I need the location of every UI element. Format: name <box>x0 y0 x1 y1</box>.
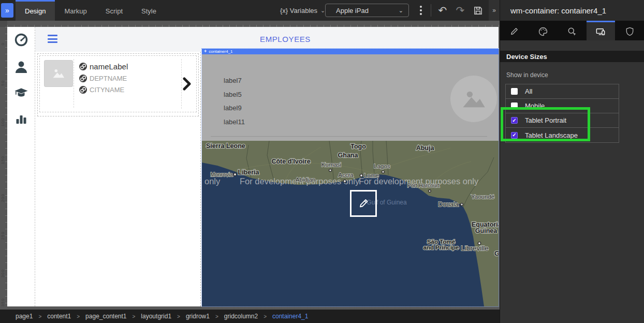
checkbox[interactable]: ✓ <box>511 102 518 109</box>
breadcrumb-layoutgrid1[interactable]: layoutgrid1 <box>141 313 171 320</box>
chevron-right-icon: > <box>177 314 180 319</box>
option-mobile[interactable]: ✓ Mobile <box>506 99 619 113</box>
device-options-list: ✓ All ✓ Mobile ✓ Tablet Portrait ✓ Table… <box>505 84 619 143</box>
chevron-down-icon: ⌄ <box>399 7 403 14</box>
user-icon[interactable] <box>14 60 28 74</box>
tab-script[interactable]: Script <box>96 0 132 21</box>
label11[interactable]: label11 <box>224 118 245 126</box>
tab-device-sizes[interactable] <box>587 21 616 40</box>
option-tablet-landscape[interactable]: ✓ Tablet Landscape <box>506 128 619 142</box>
checkbox[interactable]: ✓ <box>511 88 518 95</box>
variables-menu[interactable]: {x} Variables ⌄ <box>280 0 325 21</box>
city-label: CITYNAME <box>90 86 124 94</box>
checkbox[interactable]: ✓ <box>511 117 518 124</box>
binding-icon <box>79 86 87 94</box>
map-canvas: only For development purposes only For d… <box>202 141 499 306</box>
list-item-card[interactable]: nameLabel DEPTNAME <box>39 55 197 112</box>
inspector-panel: wm-container: container4_1 <box>500 0 644 323</box>
top-toolbar: » Design Markup Script Style {x} Variabl… <box>0 0 500 21</box>
checkbox[interactable]: ✓ <box>511 132 518 139</box>
chevron-right-icon[interactable] <box>180 59 194 109</box>
ruler-origin <box>0 21 7 27</box>
map-label-cote-divoire: Côte d'Ivoire <box>271 158 310 165</box>
map-label-abuja: Abuja <box>416 144 435 152</box>
breadcrumb-page-content1[interactable]: page_content1 <box>85 313 126 320</box>
device-preview-select[interactable]: Apple iPad ⌄ <box>325 4 409 17</box>
chevron-right-icon: > <box>77 314 80 319</box>
map-label-ghana: Ghana <box>338 152 359 159</box>
breadcrumb: page1 > content1 > page_content1 > layou… <box>0 310 500 323</box>
option-label: All <box>525 87 532 95</box>
employee-list-column: nameLabel DEPTNAME <box>35 52 201 306</box>
map-label-kumasi: Kumasi <box>321 162 341 168</box>
menu-icon[interactable] <box>48 35 57 43</box>
chevron-right-icon: > <box>133 314 136 319</box>
tab-properties[interactable] <box>500 21 529 40</box>
bar-chart-icon[interactable] <box>14 112 28 126</box>
image-placeholder-icon <box>44 60 73 87</box>
pencil-icon <box>357 197 370 210</box>
map-label-douala: Douala <box>438 201 459 208</box>
breadcrumb-gridcolumn2[interactable]: gridcolumn2 <box>224 313 258 320</box>
map-label-gabon: Gabon <box>494 250 499 257</box>
dashboard-icon[interactable] <box>14 33 28 47</box>
option-label: Mobile <box>525 102 545 110</box>
label7[interactable]: label7 <box>224 77 242 84</box>
chevron-down-icon: ⌄ <box>320 7 325 14</box>
sidebar-collapse-button[interactable]: » <box>1 3 13 18</box>
map-label-togo: Togo <box>350 143 366 150</box>
more-options-icon[interactable] <box>417 5 425 16</box>
chevron-right-icon: > <box>38 314 41 319</box>
tab-design[interactable]: Design <box>16 0 55 21</box>
device-select-value: Apple iPad <box>336 7 399 14</box>
undo-icon[interactable]: ↶ <box>435 0 450 21</box>
binding-icon <box>79 63 87 70</box>
redo-icon[interactable]: ↷ <box>452 0 468 21</box>
container4_1-block[interactable]: + container4_1 label7 label5 label9 labe… <box>202 49 499 306</box>
save-icon[interactable] <box>470 0 486 21</box>
toolbar-divider <box>431 4 431 17</box>
map-label-monrovia: Monrovia <box>210 171 232 178</box>
design-canvas: 0 50 100 150 200 250 300 350 <box>0 21 500 310</box>
map-widget[interactable]: only For development purposes only For d… <box>202 141 499 306</box>
map-edit-button[interactable] <box>350 190 377 217</box>
map-label-lagos: Lagos <box>374 163 390 169</box>
breadcrumb-gridrow1[interactable]: gridrow1 <box>186 313 210 320</box>
tab-security[interactable] <box>615 21 644 40</box>
map-label-equatorial-guinea-2: Guinea <box>475 227 497 234</box>
chevron-right-icon: > <box>264 314 267 319</box>
tab-markup[interactable]: Markup <box>55 0 96 21</box>
name-label-row[interactable]: nameLabel <box>79 62 181 71</box>
tab-events[interactable] <box>558 21 587 40</box>
horizontal-ruler <box>7 21 500 27</box>
breadcrumb-page1[interactable]: page1 <box>16 313 33 320</box>
tab-style[interactable]: Style <box>132 0 166 21</box>
tab-styles[interactable] <box>529 21 558 40</box>
container-divider <box>211 136 487 137</box>
option-label: Tablet Portrait <box>525 116 566 124</box>
selection-tag[interactable]: + container4_1 <box>202 49 499 54</box>
map-label-sao-tome-2: and Príncipe <box>423 244 459 251</box>
label5[interactable]: label5 <box>224 91 242 98</box>
container4_1-body[interactable]: label7 label5 label9 label11 <box>202 54 499 141</box>
graduation-cap-icon[interactable] <box>14 85 28 100</box>
breadcrumb-container4_1[interactable]: container4_1 <box>272 313 308 320</box>
zoom-cursor-icon <box>567 26 577 37</box>
left-nav-rail <box>7 27 35 306</box>
card-text-cell: nameLabel DEPTNAME <box>77 59 182 109</box>
city-label-row[interactable]: CITYNAME <box>79 86 181 94</box>
map-label-sierra-leone: Sierra Leone <box>206 142 245 150</box>
option-all[interactable]: ✓ All <box>506 84 619 99</box>
breadcrumb-content1[interactable]: content1 <box>47 313 71 320</box>
name-label: nameLabel <box>90 62 128 71</box>
watermark-partial: only <box>204 177 221 186</box>
label9[interactable]: label9 <box>224 104 242 112</box>
map-label-liberia: Liberia <box>238 169 260 176</box>
panel-expand-button[interactable]: » <box>489 0 500 21</box>
section-device-sizes: Device Sizes <box>500 51 644 62</box>
picture-placeholder-icon[interactable] <box>450 76 497 122</box>
dept-label-row[interactable]: DEPTNAME <box>79 75 181 82</box>
option-tablet-portrait[interactable]: ✓ Tablet Portrait <box>506 113 619 128</box>
move-icon: + <box>204 49 207 54</box>
editor-tabs: Design Markup Script Style <box>16 0 166 21</box>
